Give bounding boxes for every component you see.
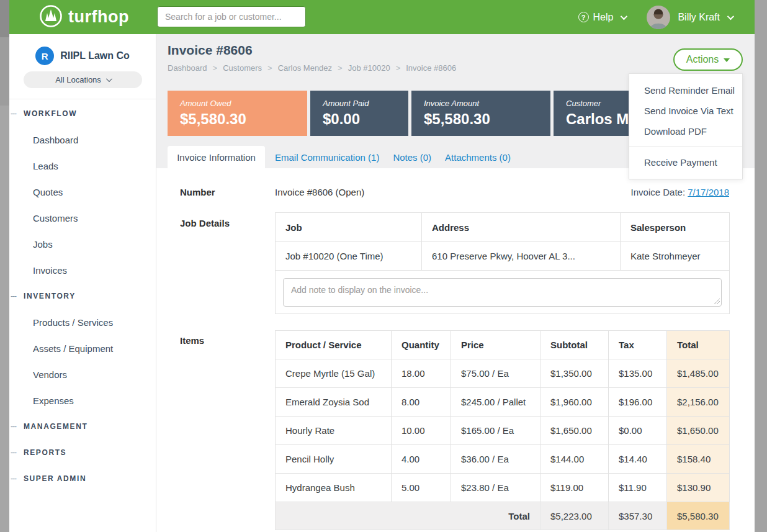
- sidebar-item-products-services[interactable]: Products / Services: [9, 309, 156, 335]
- user-menu[interactable]: Billy Kraft: [678, 12, 720, 23]
- nav-section-super-admin[interactable]: --- SUPER ADMIN: [9, 466, 156, 492]
- sidebar-nav: --- WORKFLOW Dashboard Leads Quotes Cust…: [9, 99, 156, 492]
- company-header[interactable]: R RIIPL Lawn Co: [9, 47, 156, 65]
- location-selector[interactable]: All Locations: [24, 71, 142, 88]
- menu-item-send-reminder-email[interactable]: Send Reminder Email: [629, 80, 742, 101]
- breadcrumb-job[interactable]: Job #10020: [332, 63, 390, 73]
- job-table-header-row: Job Address Salesperson: [276, 213, 730, 242]
- salesperson-cell: Kate Strohmeyer: [621, 242, 730, 271]
- job-cell[interactable]: Job #10020 (One Time): [276, 242, 422, 271]
- sidebar-item-assets-equipment[interactable]: Assets / Equipment: [9, 335, 156, 361]
- search-input[interactable]: [157, 6, 306, 27]
- price-col-header: Price: [451, 331, 540, 359]
- item-quantity: 18.00: [392, 359, 451, 388]
- invoice-date-label: Invoice Date:: [631, 187, 686, 197]
- nav-section-inventory[interactable]: --- INVENTORY: [9, 283, 156, 309]
- sidebar-item-invoices[interactable]: Invoices: [9, 257, 156, 283]
- stat-invoice-amount: Invoice Amount $5,580.30: [411, 91, 550, 136]
- job-col-header: Job: [276, 213, 422, 242]
- menu-item-download-pdf[interactable]: Download PDF: [629, 121, 742, 142]
- item-row: Emerald Zoysia Sod 8.00 $245.00 / Pallet…: [276, 388, 730, 417]
- stat-amount-paid: Amount Paid $0.00: [310, 91, 408, 136]
- item-product: Hourly Rate: [276, 417, 392, 445]
- item-price: $245.00 / Pallet: [451, 388, 540, 417]
- item-total: $1,485.00: [667, 359, 730, 388]
- item-price: $36.00 / Ea: [451, 445, 540, 474]
- sidebar-item-quotes[interactable]: Quotes: [9, 179, 156, 205]
- tab-notes[interactable]: Notes (0): [393, 152, 431, 163]
- actions-dropdown-menu: Send Reminder Email Send Invoice Via Tex…: [629, 73, 743, 179]
- item-product: Crepe Myrtle (15 Gal): [276, 359, 392, 388]
- stat-amount-owed: Amount Owed $5,580.30: [168, 91, 307, 136]
- items-total-row: Total $5,223.00 $357.30 $5,580.30: [276, 502, 730, 530]
- stat-label: Invoice Amount: [424, 99, 538, 108]
- item-subtotal: $1,960.00: [540, 388, 609, 417]
- app-window: turfhop ? Help Billy Kraft R: [9, 0, 755, 532]
- items-total-tax: $357.30: [609, 502, 667, 530]
- top-navbar: turfhop ? Help Billy Kraft: [9, 0, 755, 34]
- menu-item-receive-payment[interactable]: Receive Payment: [629, 152, 742, 173]
- chevron-down-icon[interactable]: [727, 12, 734, 19]
- invoice-date-link[interactable]: 7/17/2018: [688, 187, 729, 197]
- number-label: Number: [180, 187, 215, 197]
- chevron-down-icon[interactable]: [621, 12, 627, 19]
- item-tax: $135.00: [609, 359, 667, 388]
- tab-invoice-information[interactable]: Invoice Information: [168, 146, 265, 168]
- actions-button[interactable]: Actions: [673, 48, 743, 71]
- brand-logo[interactable]: turfhop: [39, 0, 129, 34]
- sidebar-item-leads[interactable]: Leads: [9, 153, 156, 179]
- sidebar-item-vendors[interactable]: Vendors: [9, 361, 156, 387]
- items-header-row: Product / Service Quantity Price Subtota…: [276, 331, 730, 359]
- nav-section-reports[interactable]: --- REPORTS: [9, 440, 156, 466]
- sidebar-item-expenses[interactable]: Expenses: [9, 387, 156, 413]
- item-subtotal: $119.00: [540, 474, 609, 502]
- item-price: $23.80 / Ea: [451, 474, 540, 502]
- help-menu[interactable]: Help: [593, 12, 614, 23]
- company-avatar: R: [35, 47, 54, 65]
- menu-divider: [629, 147, 742, 147]
- address-cell: 610 Preserve Pkwy, Hoover AL 3...: [422, 242, 621, 271]
- nav-section-workflow[interactable]: --- WORKFLOW: [9, 101, 156, 127]
- subtotal-col-header: Subtotal: [540, 331, 609, 359]
- item-total: $1,650.00: [667, 417, 730, 445]
- breadcrumb: Dashboard Customers Carlos Mendez Job #1…: [168, 63, 456, 73]
- item-quantity: 4.00: [392, 445, 451, 474]
- help-icon: ?: [578, 12, 589, 22]
- item-subtotal: $144.00: [540, 445, 609, 474]
- item-total: $2,156.00: [667, 388, 730, 417]
- item-product: Hydrangea Bush: [276, 474, 392, 502]
- invoice-items-table: Product / Service Quantity Price Subtota…: [275, 330, 730, 530]
- breadcrumb-invoice[interactable]: Invoice #8606: [390, 63, 457, 73]
- invoice-number-value: Invoice #8606 (Open): [275, 187, 364, 197]
- user-avatar[interactable]: [647, 6, 670, 29]
- item-row: Hydrangea Bush 5.00 $23.80 / Ea $119.00 …: [276, 474, 730, 502]
- nav-section-management[interactable]: --- MANAGEMENT: [9, 413, 156, 440]
- breadcrumb-dashboard[interactable]: Dashboard: [168, 63, 207, 73]
- breadcrumb-customers[interactable]: Customers: [207, 63, 262, 73]
- sidebar-item-jobs[interactable]: Jobs: [9, 231, 156, 257]
- tax-col-header: Tax: [609, 331, 667, 359]
- job-table-row: Job #10020 (One Time) 610 Preserve Pkwy,…: [276, 242, 730, 271]
- tab-attachments[interactable]: Attachments (0): [445, 152, 511, 163]
- item-quantity: 10.00: [392, 417, 451, 445]
- stat-value: $0.00: [323, 110, 396, 128]
- sidebar-item-customers[interactable]: Customers: [9, 205, 156, 231]
- item-tax: $0.00: [609, 417, 667, 445]
- job-details-label: Job Details: [180, 218, 230, 228]
- menu-item-send-invoice-via-text[interactable]: Send Invoice Via Text: [629, 101, 742, 121]
- nav-section-label: REPORTS: [24, 448, 66, 457]
- actions-button-label: Actions: [686, 54, 719, 65]
- salesperson-col-header: Salesperson: [621, 213, 730, 242]
- item-total: $130.90: [667, 474, 730, 502]
- invoice-note-input[interactable]: [283, 278, 722, 307]
- tab-email-communication[interactable]: Email Communication (1): [275, 152, 379, 163]
- company-name: RIIPL Lawn Co: [60, 50, 130, 61]
- nav-section-label: MANAGEMENT: [24, 422, 87, 431]
- chevron-down-icon: [106, 76, 112, 82]
- breadcrumb-customer-name[interactable]: Carlos Mendez: [262, 63, 332, 73]
- nav-section-label: SUPER ADMIN: [24, 474, 86, 483]
- sidebar-item-dashboard[interactable]: Dashboard: [9, 127, 156, 153]
- section-dashes-icon: ---: [9, 292, 24, 300]
- location-selector-label: All Locations: [55, 75, 101, 84]
- item-product: Pencil Holly: [276, 445, 392, 474]
